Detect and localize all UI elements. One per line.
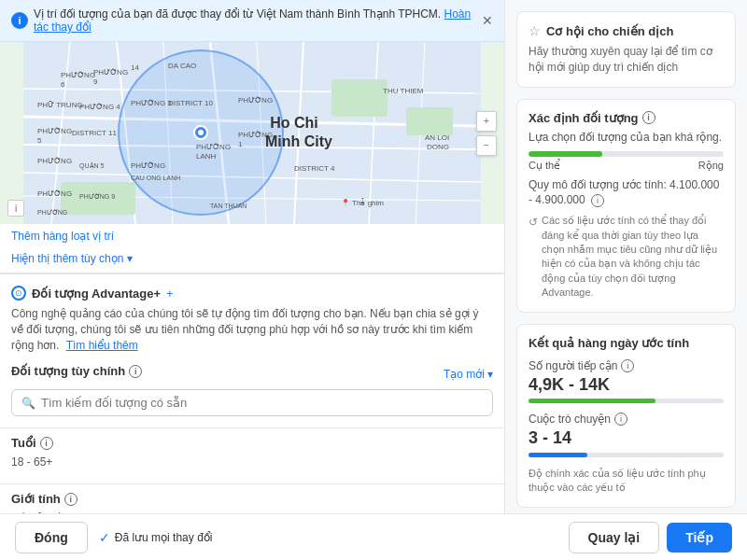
svg-text:CAU ONG LANH: CAU ONG LANH bbox=[131, 175, 180, 181]
show-more-options[interactable]: Hiện thị thêm tùy chọn ▾ bbox=[0, 248, 504, 273]
svg-text:PHƯỜNG: PHƯỜNG bbox=[37, 157, 72, 165]
svg-text:DA CAO: DA CAO bbox=[168, 62, 196, 70]
svg-text:PHƯỜNG: PHƯỜNG bbox=[37, 189, 72, 198]
left-panel: i Vị trí đối tượng của bạn đã được thay … bbox=[0, 0, 504, 513]
saved-label: Đã lưu mọi thay đổi bbox=[115, 531, 213, 544]
close-notification-button[interactable]: ✕ bbox=[482, 14, 493, 27]
svg-text:THU THIEM: THU THIEM bbox=[383, 87, 424, 95]
audience-def-info-icon[interactable]: i bbox=[642, 111, 655, 124]
svg-text:DISTRICT 4: DISTRICT 4 bbox=[294, 164, 335, 173]
svg-text:PHƯỜNG: PHƯỜNG bbox=[37, 127, 72, 135]
audience-search-input[interactable] bbox=[41, 396, 483, 410]
gender-info-icon[interactable]: i bbox=[64, 493, 78, 506]
close-button[interactable]: Đóng bbox=[15, 522, 88, 553]
chevron-down-icon: ▾ bbox=[127, 252, 133, 265]
audience-def-title: Xác định đối tượng i bbox=[529, 111, 724, 125]
reach-result: Số người tiếp cận i 4,9K - 14K bbox=[529, 359, 724, 404]
svg-text:DONG: DONG bbox=[427, 143, 449, 151]
svg-text:DISTRICT 10: DISTRICT 10 bbox=[168, 99, 213, 107]
audience-definition-card: Xác định đối tượng i Lựa chọn đối tượng … bbox=[516, 99, 736, 313]
show-more-label: Hiện thị thêm tùy chọn bbox=[11, 252, 123, 265]
daily-results-title: Kết quả hàng ngày ước tính bbox=[529, 336, 724, 350]
gender-section: Giới tính i Tất cả giới tính bbox=[0, 484, 504, 513]
conversation-label: Cuộc trò chuyện i bbox=[529, 413, 724, 426]
accuracy-note: Độ chính xác của số liệu ước tính phụ th… bbox=[529, 467, 724, 496]
chevron-down-icon: ▾ bbox=[487, 368, 493, 381]
svg-text:📍 Thả ghim: 📍 Thả ghim bbox=[341, 198, 384, 207]
campaign-opps-title: Cơ hội cho chiến dịch bbox=[546, 24, 673, 38]
meter-fill bbox=[529, 151, 602, 157]
svg-text:QUẬN 5: QUẬN 5 bbox=[79, 162, 105, 170]
map-scroll-controls: + − bbox=[476, 111, 497, 156]
learn-more-link[interactable]: Tìm hiểu thêm bbox=[66, 339, 138, 352]
svg-text:PHƯỜNG: PHƯỜNG bbox=[61, 71, 95, 79]
audience-size: Quy mô đối tượng ước tính: 4.100.000 - 4… bbox=[529, 177, 724, 209]
map-zoom-in[interactable]: + bbox=[476, 111, 497, 132]
age-value: 18 - 65+ bbox=[11, 455, 493, 469]
svg-text:Minh City: Minh City bbox=[265, 133, 332, 149]
svg-text:PHƯỜNG: PHƯỜNG bbox=[93, 68, 128, 77]
notification-text: Vị trí đối tượng của bạn đã được thay đổ… bbox=[34, 7, 482, 34]
svg-text:PHƯỜNG: PHƯỜNG bbox=[131, 161, 165, 170]
notification-message: Vị trí đối tượng của bạn đã được thay đổ… bbox=[34, 7, 441, 21]
add-location-link[interactable]: Thêm hàng loạt vị trí bbox=[0, 224, 504, 248]
advantage-title: Đối tượng Advantage+ bbox=[32, 287, 161, 301]
svg-text:PHƯỜNG 9: PHƯỜNG 9 bbox=[79, 193, 115, 200]
reach-bar bbox=[529, 399, 655, 403]
info-icon: i bbox=[11, 12, 28, 29]
advantage-section: ⊙ Đối tượng Advantage+ + Công nghệ quảng… bbox=[0, 273, 504, 364]
custom-audience-section: Đối tượng tùy chính i Tạo mới ▾ 🔍 bbox=[0, 364, 504, 427]
search-icon: 🔍 bbox=[21, 397, 35, 410]
svg-text:PHƯỜNG: PHƯỜNG bbox=[37, 209, 67, 216]
reach-info-icon[interactable]: i bbox=[621, 359, 634, 372]
svg-text:TAN THUAN: TAN THUAN bbox=[210, 203, 247, 209]
meter-label-specific: Cụ thể bbox=[529, 160, 560, 172]
conversation-value: 3 - 14 bbox=[529, 428, 724, 449]
conversation-result: Cuộc trò chuyện i 3 - 14 bbox=[529, 413, 724, 457]
svg-text:PHƯỜNG: PHƯỜNG bbox=[238, 131, 273, 139]
reach-label: Số người tiếp cận i bbox=[529, 359, 724, 372]
custom-audience-info-icon[interactable]: i bbox=[129, 365, 142, 378]
map-info-button[interactable]: i bbox=[7, 200, 24, 217]
svg-rect-15 bbox=[406, 107, 453, 135]
age-section: Tuổi i 18 - 65+ bbox=[0, 428, 504, 483]
svg-text:PHƯỜNG 3: PHƯỜNG 3 bbox=[131, 99, 172, 107]
gender-label: Giới tính i bbox=[11, 492, 493, 506]
reach-value: 4,9K - 14K bbox=[529, 375, 724, 396]
audience-meter: Cụ thể Rộng bbox=[529, 151, 724, 172]
audience-size-info-icon[interactable]: i bbox=[591, 194, 604, 207]
svg-text:14: 14 bbox=[131, 63, 139, 72]
custom-audience-label: Đối tượng tùy chính i bbox=[11, 364, 142, 378]
create-new-audience-button[interactable]: Tạo mới ▾ bbox=[444, 368, 493, 381]
next-button[interactable]: Tiếp bbox=[667, 523, 732, 553]
svg-text:PHƯỜNG: PHƯỜNG bbox=[196, 143, 231, 151]
conversation-bar bbox=[529, 453, 587, 457]
svg-text:AN LOI: AN LOI bbox=[425, 133, 449, 142]
check-icon: ✓ bbox=[99, 530, 110, 545]
audience-search-container: 🔍 bbox=[11, 389, 493, 416]
svg-text:9: 9 bbox=[93, 77, 98, 86]
svg-text:LANH: LANH bbox=[196, 152, 217, 161]
back-button[interactable]: Quay lại bbox=[569, 522, 660, 553]
svg-text:1: 1 bbox=[238, 140, 243, 148]
right-panel: ☆ Cơ hội cho chiến dịch Hãy thường xuyên… bbox=[504, 0, 747, 513]
advantage-plus-button[interactable]: + bbox=[166, 287, 174, 301]
map-container: Ho Chi Minh City PHƯỜNG 6 PHƯỜNG 9 14 DA… bbox=[0, 42, 504, 224]
svg-point-51 bbox=[198, 130, 204, 135]
svg-text:Ho Chi: Ho Chi bbox=[270, 115, 318, 131]
conversation-info-icon[interactable]: i bbox=[614, 413, 627, 426]
audience-note: ↺ Các số liệu ước tính có thể thay đổi đ… bbox=[529, 214, 724, 300]
notification-bar: i Vị trí đối tượng của bạn đã được thay … bbox=[0, 0, 504, 42]
svg-text:5: 5 bbox=[37, 136, 42, 145]
meter-label-wide: Rộng bbox=[698, 160, 724, 172]
age-info-icon[interactable]: i bbox=[40, 437, 53, 450]
svg-text:DISTRICT 11: DISTRICT 11 bbox=[72, 129, 117, 137]
saved-indicator: ✓ Đã lưu mọi thay đổi bbox=[99, 530, 213, 545]
svg-text:6: 6 bbox=[61, 80, 65, 89]
map-zoom-out[interactable]: − bbox=[476, 135, 497, 156]
age-label: Tuổi i bbox=[11, 436, 493, 450]
star-icon: ☆ bbox=[529, 23, 541, 38]
advantage-icon: ⊙ bbox=[11, 286, 26, 301]
svg-text:PHƯỜNG 4: PHƯỜNG 4 bbox=[79, 103, 120, 111]
daily-results-card: Kết quả hàng ngày ước tính Số người tiếp… bbox=[516, 324, 736, 508]
